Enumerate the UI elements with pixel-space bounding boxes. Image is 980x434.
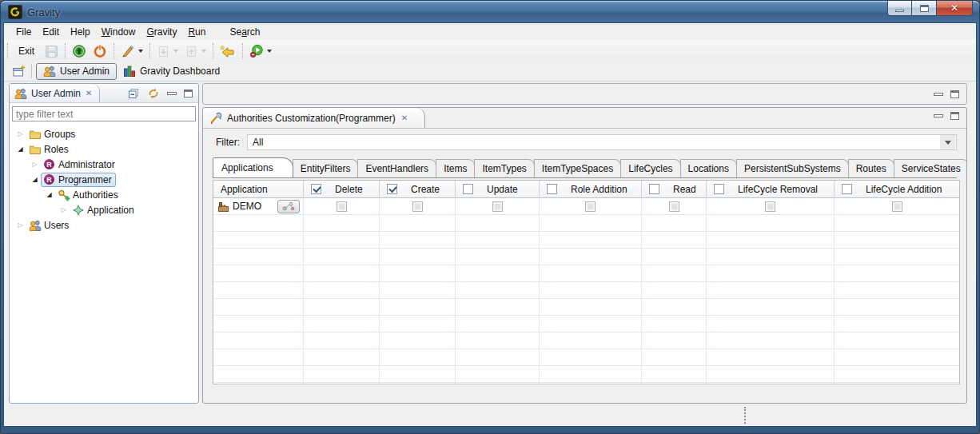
header-checkbox-lifecycle-addition[interactable] <box>842 184 852 194</box>
tab-persistentsubsystems[interactable]: PersistentSubSystems <box>736 159 849 177</box>
editor-tab-authorities-customization[interactable]: Authorities Customization(Programmer) ✕ <box>203 108 425 128</box>
tab-locations[interactable]: Locations <box>680 159 737 177</box>
tree-item-administrator[interactable]: ▷RAdministrator <box>10 157 198 172</box>
dropdown-arrow-icon[interactable] <box>267 50 272 53</box>
table-cell <box>456 198 540 215</box>
minimize-button[interactable] <box>887 1 912 16</box>
tree-item-application[interactable]: ▷Application <box>10 202 198 217</box>
collapse-arrow-icon[interactable]: ◢ <box>14 145 26 153</box>
minimize-view-icon[interactable] <box>934 93 943 96</box>
header-checkbox-create[interactable] <box>387 184 397 194</box>
tree-item-authorities[interactable]: ◢Authorities <box>10 187 198 202</box>
menu-edit[interactable]: Edit <box>37 25 65 39</box>
open-perspective-button[interactable] <box>9 63 29 80</box>
checkout-button[interactable] <box>181 43 209 60</box>
status-splitter[interactable] <box>744 407 746 424</box>
row-checkbox-role-addition[interactable] <box>585 201 596 212</box>
close-editor-icon[interactable]: ✕ <box>400 113 408 122</box>
perspective-gravity-dashboard[interactable]: Gravity Dashboard <box>117 63 226 80</box>
header-checkbox-delete[interactable] <box>311 184 321 194</box>
checkin-button[interactable] <box>153 43 181 60</box>
refresh-icon[interactable] <box>147 87 160 100</box>
tab-lifecycles[interactable]: LifeCycles <box>620 159 680 177</box>
tree-item-roles[interactable]: ◢Roles <box>10 141 198 157</box>
maximize-editor-icon[interactable] <box>950 112 959 120</box>
row-checkbox-lifecycle-removal[interactable] <box>765 201 775 212</box>
menu-help[interactable]: Help <box>65 25 96 39</box>
expand-arrow-icon[interactable]: ▷ <box>29 161 41 168</box>
maximize-view-icon[interactable] <box>950 90 959 98</box>
row-checkbox-read[interactable] <box>669 201 679 212</box>
menu-gravity[interactable]: Gravity <box>141 25 182 39</box>
maximize-icon[interactable] <box>184 90 193 98</box>
expand-arrow-icon[interactable]: ▷ <box>14 221 26 229</box>
menu-window[interactable]: Window <box>96 25 141 39</box>
save-button[interactable] <box>42 43 62 60</box>
tree-item-groups[interactable]: ▷Groups <box>10 126 198 141</box>
editor-content: Filter: All ApplicationsEntityFiltersEve… <box>203 129 966 403</box>
titlebar[interactable]: Gravity ✕ <box>1 1 979 23</box>
header-checkbox-update[interactable] <box>463 184 473 194</box>
header-checkbox-lifecycle-removal[interactable] <box>714 184 724 194</box>
row-checkbox-lifecycle-addition[interactable] <box>892 201 902 212</box>
dropdown-arrow-icon[interactable] <box>201 50 206 53</box>
view-tab-user-admin[interactable]: User Admin ✕ <box>10 84 100 102</box>
folder-icon <box>28 128 42 141</box>
maximize-button[interactable] <box>912 1 937 16</box>
collapse-arrow-icon[interactable]: ◢ <box>29 176 41 183</box>
tree-item-label: Users <box>42 220 71 231</box>
logout-button[interactable] <box>90 42 110 60</box>
table-row-demo[interactable]: DEMO <box>213 198 304 215</box>
tab-itemtypespaces[interactable]: ItemTypeSpaces <box>534 159 621 177</box>
empty-table-cell <box>456 232 540 249</box>
empty-table-cell <box>707 349 835 366</box>
row-checkbox-update[interactable] <box>492 201 503 212</box>
filter-combo[interactable]: All <box>247 134 957 150</box>
dropdown-arrow-icon[interactable] <box>138 50 143 53</box>
menu-file[interactable]: File <box>10 25 37 39</box>
edit-button[interactable] <box>118 42 146 60</box>
empty-table-cell <box>835 215 959 232</box>
application-name: DEMO <box>233 201 261 212</box>
run-button[interactable] <box>246 42 275 60</box>
empty-table-cell <box>456 383 540 384</box>
header-checkbox-read[interactable] <box>649 184 659 194</box>
editor-area: Authorities Customization(Programmer) ✕ … <box>202 107 967 404</box>
empty-table-cell <box>213 265 304 282</box>
empty-table-cell <box>380 299 456 316</box>
tab-routes[interactable]: Routes <box>848 159 894 177</box>
expand-arrow-icon[interactable]: ▷ <box>58 206 70 213</box>
menu-search[interactable]: Search <box>224 25 265 39</box>
tree-item-users[interactable]: ▷Users <box>10 217 198 233</box>
minimize-icon[interactable] <box>167 92 177 95</box>
login-button[interactable] <box>69 42 90 60</box>
close-view-icon[interactable]: ✕ <box>85 89 93 98</box>
row-checkbox-delete[interactable] <box>337 201 347 212</box>
collapse-all-icon[interactable] <box>127 87 140 100</box>
tab-eventhandlers[interactable]: EventHandlers <box>357 159 436 177</box>
perspective-user-admin[interactable]: User Admin <box>36 63 117 80</box>
tab-items[interactable]: Items <box>436 159 475 177</box>
header-checkbox-role-addition[interactable] <box>547 184 557 194</box>
menu-run[interactable]: Run <box>182 25 211 39</box>
collapse-arrow-icon[interactable]: ◢ <box>43 191 55 198</box>
empty-table-cell <box>380 316 456 332</box>
back-button[interactable] <box>217 43 239 60</box>
tab-itemtypes[interactable]: ItemTypes <box>474 159 534 177</box>
combo-dropdown-icon[interactable] <box>940 135 955 149</box>
empty-table-cell <box>835 249 959 265</box>
close-button[interactable]: ✕ <box>937 1 973 16</box>
row-action-button[interactable] <box>277 200 300 213</box>
exit-button[interactable]: Exit <box>11 44 42 58</box>
dropdown-arrow-icon[interactable] <box>173 50 178 53</box>
tab-servicestates[interactable]: ServiceStates <box>894 159 966 177</box>
row-checkbox-create[interactable] <box>412 201 423 212</box>
minimize-editor-icon[interactable] <box>934 114 943 117</box>
empty-table-cell <box>380 282 456 299</box>
empty-table-cell <box>642 366 707 383</box>
expand-arrow-icon[interactable]: ▷ <box>14 130 26 137</box>
tab-applications[interactable]: Applications <box>213 157 293 177</box>
tree-item-programmer[interactable]: ◢RProgrammer <box>10 172 198 187</box>
tree-filter-input[interactable] <box>12 106 196 121</box>
tab-entityfilters[interactable]: EntityFilters <box>293 159 359 177</box>
